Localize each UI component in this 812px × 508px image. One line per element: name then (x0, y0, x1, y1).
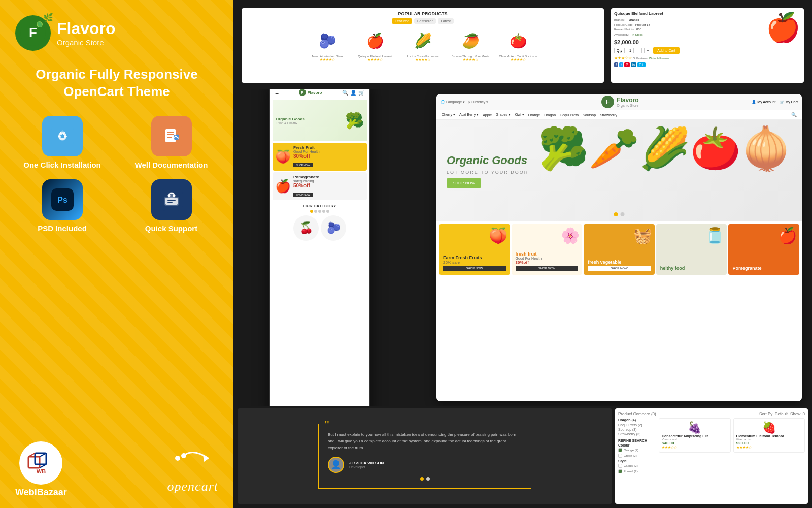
tab-featured: Featured (392, 18, 412, 24)
svg-text:Ps: Ps (57, 196, 67, 204)
pd-write-review: Write A Review (649, 57, 669, 60)
banner-title-veg: fresh vegetable (588, 260, 651, 265)
svg-rect-10 (167, 134, 174, 135)
svg-rect-9 (167, 132, 174, 133)
svg-rect-23 (28, 457, 40, 468)
filter-formal: Formal (2) (618, 469, 656, 473)
svg-rect-21 (167, 200, 176, 201)
nav-cherry: Cherry ▾ (442, 113, 455, 117)
products-row: 🫐 Nunc At Interdum Sem ★★★★☆ 🍎 Quisque E… (245, 27, 601, 62)
nav-grapes: Grapes ▾ (496, 113, 511, 117)
feature-one-click: One Click Installation (15, 116, 109, 169)
banner-vegetable: 🧺 fresh vegetable SHOP NOW (584, 224, 655, 275)
hero-subtitle: LOT MORE TO YOUR DOOR (447, 170, 528, 175)
banner-title-farm: Farm Fresh Fruits (443, 255, 506, 260)
main-heading: Organic Fully Responsive OpenCart Theme (15, 66, 218, 101)
one-click-label: One Click Installation (23, 161, 101, 169)
filter-checkbox-orange (618, 448, 622, 452)
nav-kiwi: Kiwi ▾ (515, 113, 524, 117)
author-name: JESSICA WILSON (349, 461, 384, 465)
pd-reviews: 5 Reviews (633, 57, 648, 60)
banner-btn-fruit[interactable]: SHOP NOW (516, 266, 579, 271)
one-click-icon-box (42, 116, 83, 156)
logo-area: F Flavoro Organic Store (15, 15, 116, 51)
filter-green: Green (2) (618, 454, 656, 458)
store-logo: F Flavoro Organic Store (601, 96, 638, 108)
nav-orange: Orange (528, 113, 540, 117)
product-img-5: 🍅 (500, 27, 536, 55)
compare-product-2-price: $20.00 (736, 441, 802, 446)
pd-price: $2,000.00 (614, 39, 762, 45)
flavoro-logo-icon: F (15, 15, 51, 51)
compare-product-1-name: Consectetur Adipiscing Elit (662, 434, 728, 438)
banner-emoji-pom: 🍎 (778, 227, 797, 244)
filter-checkbox-green (618, 454, 622, 458)
product-card-3: 🌽 Luctus Convallis Lectus ★★★★☆ (400, 27, 446, 62)
svg-point-19 (167, 194, 170, 197)
product-stars-1: ★★★★☆ (320, 58, 335, 62)
feature-well-doc: Well Documentation (124, 116, 218, 169)
nav-apple: Apple (483, 113, 492, 117)
banner-shop-btn-2[interactable]: SHOP NOW (293, 193, 313, 197)
compare-sidebar: Dragon (4) Coqui Preto (2) Soursop (3) S… (618, 418, 656, 475)
psd-icon-box: Ps (42, 179, 83, 220)
phone-banner-2: 🍎 Pomegranate safeguarding 50%off SHOP N… (273, 172, 367, 200)
desktop-mockup: 🌐 Language ▾ $ Currency ▾ F Flavoro Orga… (436, 94, 802, 401)
author-role: Developer (349, 465, 384, 469)
banner-sale-farm: 25% sale (443, 260, 506, 265)
banner-title-healthy: helthy food (660, 266, 723, 271)
phone-cat-grid: 🍒 🫐 (275, 215, 365, 241)
hero-text: Organic Goods LOT MORE TO YOUR DOOR SHOP… (447, 154, 528, 188)
banner-sale-fruit: 30%off (516, 260, 579, 265)
left-panel: F Flavoro Organic Store Organic Fully Re… (0, 0, 233, 508)
compare-stars-2: ★★★★☆ (736, 446, 802, 450)
product-img-3: 🌽 (405, 27, 441, 55)
svg-rect-11 (167, 137, 172, 138)
quote-box: " But I must explain to you how all this… (318, 424, 531, 488)
banner-emoji-2: 🍎 (275, 179, 291, 194)
svg-point-20 (173, 194, 175, 197)
opencart-logo: opencart (167, 446, 218, 494)
compare-title: Product Compare (0) (618, 411, 656, 416)
phone-hero-text: Organic Goods (276, 117, 305, 121)
banner-btn-veg[interactable]: SHOP NOW (588, 266, 651, 271)
cat-cherries: 🍒 (293, 215, 319, 241)
add-to-cart-button[interactable]: Add to Cart (653, 47, 679, 54)
product-card-5: 🍅 Class Aptent Taciti Sociosqu ★★★★☆ (495, 27, 541, 62)
pd-stars: ★★★☆☆ (614, 56, 632, 60)
store-logo-name: Flavoro (617, 97, 638, 104)
product-card-4: 🥭 Browse Through Your Music ★★★★☆ (448, 27, 493, 62)
product-card-1: 🫐 Nunc At Interdum Sem ★★★★☆ (304, 27, 350, 62)
banner-shop-btn-1[interactable]: SHOP NOW (293, 163, 313, 167)
quote-author-area: 👤 JESSICA WILSON Developer (328, 457, 522, 473)
phone-cat-title: OUR CATEGORY (275, 204, 365, 208)
feature-psd: Ps PSD Included (15, 179, 109, 233)
logo-title: Flavoro (57, 19, 116, 38)
webibazaar-text: WebiBazaar (15, 487, 67, 498)
hero-shop-now-button[interactable]: SHOP NOW (447, 178, 481, 188)
my-account-link: 👤 My Account (752, 100, 775, 104)
product-stars-4: ★★★★☆ (463, 58, 478, 62)
banner-title-2: Pomegranate (293, 175, 319, 179)
product-img-1: 🫐 (310, 27, 345, 55)
features-grid: One Click Installation Well Documentatio… (15, 116, 218, 233)
quick-support-icon-box (151, 179, 192, 220)
well-doc-icon-box (151, 116, 192, 156)
nav-dragon: Dragon (544, 113, 556, 117)
svg-point-29 (175, 456, 180, 461)
quote-section: " But I must explain to you how all this… (238, 408, 612, 504)
tab-bestseller: Bestseller (414, 18, 436, 24)
banner-btn-farm[interactable]: SHOP NOW (443, 266, 506, 271)
author-avatar: 👤 (328, 457, 344, 473)
store-logo-icon: F (601, 96, 614, 108)
product-stars-2: ★★★★☆ (367, 58, 383, 62)
hero-title: Organic Goods (447, 154, 528, 167)
banner-sale-1: 30%off (293, 153, 320, 159)
slider-dot-2 (621, 212, 625, 216)
compare-controls: Sort By: Default Show: 0 (759, 411, 805, 416)
nav-acai: Acai Berry ▾ (459, 113, 479, 117)
product-stars-5: ★★★★☆ (511, 58, 526, 62)
well-doc-label: Well Documentation (135, 161, 208, 169)
phone-hero-section: Organic Goods Fresh & Healthy 🥦 (273, 100, 367, 141)
slider-dot-1 (614, 212, 618, 216)
